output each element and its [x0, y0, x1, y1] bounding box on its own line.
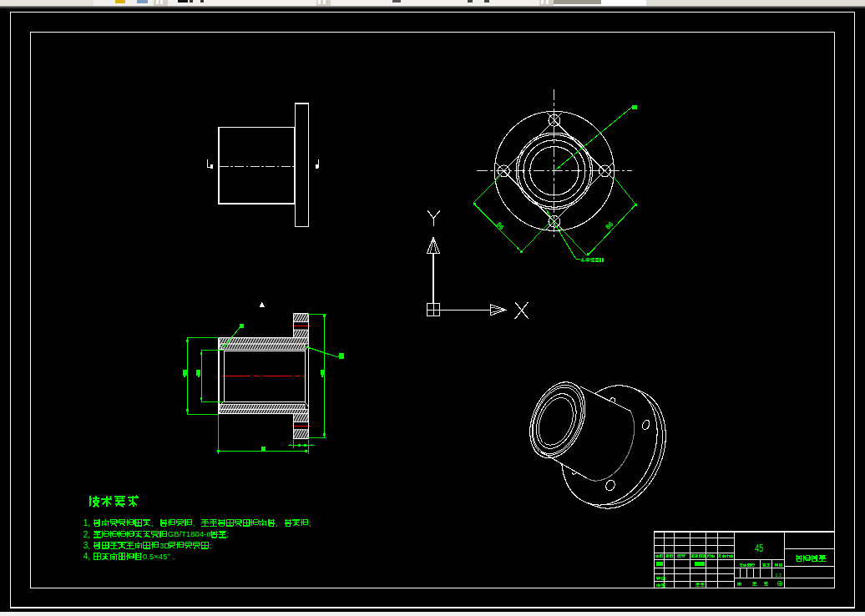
svg-text:,: , [151, 518, 154, 528]
svg-text:4,: 4, [83, 552, 90, 561]
svg-text:,: , [193, 518, 195, 528]
svg-text:,: , [276, 518, 278, 528]
svg-text:1:2: 1:2 [776, 573, 782, 578]
svg-text:1,: 1, [83, 518, 90, 528]
svg-text:;: ; [210, 541, 212, 550]
svg-text:45: 45 [755, 542, 763, 553]
svg-text:0.5×45°: 0.5×45° [143, 552, 170, 561]
svg-text:;: ; [309, 518, 311, 528]
svg-text:;: ; [227, 529, 230, 538]
svg-text:4-Φ9: 4-Φ9 [581, 257, 594, 263]
svg-text:.: . [173, 552, 175, 561]
svg-text:3,: 3, [83, 541, 90, 550]
svg-text:2,: 2, [83, 530, 90, 539]
svg-text:GB/T1804-m: GB/T1804-m [168, 529, 213, 538]
